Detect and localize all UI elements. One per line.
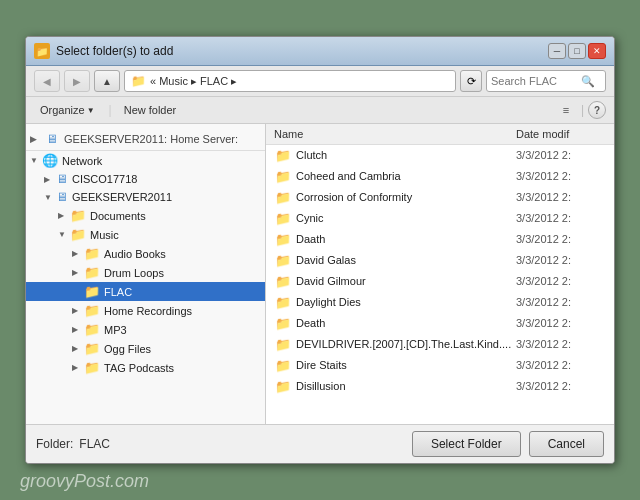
maximize-button[interactable]: □ xyxy=(568,43,586,59)
back-button[interactable]: ◀ xyxy=(34,70,60,92)
expand-icon: ▶ xyxy=(44,175,56,184)
folder-icon: 📁 xyxy=(274,315,292,331)
nav-item-icon: 📁 xyxy=(84,303,100,318)
nav-item-icon: 🖥 xyxy=(56,190,68,204)
file-name: DEVILDRIVER.[2007].[CD].The.Last.Kind...… xyxy=(296,338,516,350)
nav-item-icon: 🌐 xyxy=(42,153,58,168)
expand-icon: ▶ xyxy=(72,306,84,315)
nav-tree: ▼ 🌐 Network ▶ 🖥 CISCO17718 ▼ 🖥 GEEKSERVE… xyxy=(26,151,265,377)
nav-item-label: CISCO17718 xyxy=(72,173,137,185)
file-name: Corrosion of Conformity xyxy=(296,191,516,203)
organize-arrow-icon: ▼ xyxy=(87,106,95,115)
new-folder-button[interactable]: New folder xyxy=(120,102,181,118)
file-date: 3/3/2012 2: xyxy=(516,233,606,245)
sidebar-item-network[interactable]: ▼ 🌐 Network xyxy=(26,151,265,170)
sidebar-item-music[interactable]: ▼ 📁 Music xyxy=(26,225,265,244)
table-row[interactable]: 📁 Clutch 3/3/2012 2: xyxy=(266,145,614,166)
table-row[interactable]: 📁 Cynic 3/3/2012 2: xyxy=(266,208,614,229)
server-header[interactable]: ▶ 🖥 GEEKSERVER2011: Home Server: xyxy=(26,128,265,151)
folder-icon: 📁 xyxy=(274,357,292,373)
address-bar[interactable]: 📁 « Music ▸ FLAC ▸ xyxy=(124,70,456,92)
file-name: Daath xyxy=(296,233,516,245)
sidebar-item-mp3[interactable]: ▶ 📁 MP3 xyxy=(26,320,265,339)
nav-item-icon: 📁 xyxy=(84,360,100,375)
sidebar-item-flac[interactable]: 📁 FLAC xyxy=(26,282,265,301)
sidebar-item-drumloops[interactable]: ▶ 📁 Drum Loops xyxy=(26,263,265,282)
nav-item-label: Audio Books xyxy=(104,248,166,260)
view-toggle-button[interactable]: ≡ xyxy=(555,100,577,120)
sidebar-item-cisco[interactable]: ▶ 🖥 CISCO17718 xyxy=(26,170,265,188)
table-row[interactable]: 📁 David Gilmour 3/3/2012 2: xyxy=(266,271,614,292)
file-name: Daylight Dies xyxy=(296,296,516,308)
close-button[interactable]: ✕ xyxy=(588,43,606,59)
file-date: 3/3/2012 2: xyxy=(516,338,606,350)
folder-icon: 📁 xyxy=(274,273,292,289)
sidebar-item-oggfiles[interactable]: ▶ 📁 Ogg Files xyxy=(26,339,265,358)
file-date: 3/3/2012 2: xyxy=(516,149,606,161)
sidebar-item-audiobooks[interactable]: ▶ 📁 Audio Books xyxy=(26,244,265,263)
folder-icon: 📁 xyxy=(274,210,292,226)
dialog-title: Select folder(s) to add xyxy=(56,44,173,58)
forward-button[interactable]: ▶ xyxy=(64,70,90,92)
expand-icon: ▶ xyxy=(58,211,70,220)
title-bar: 📁 Select folder(s) to add ─ □ ✕ xyxy=(26,37,614,66)
up-button[interactable]: ▲ xyxy=(94,70,120,92)
file-name: Coheed and Cambria xyxy=(296,170,516,182)
file-name: Cynic xyxy=(296,212,516,224)
sidebar-item-documents[interactable]: ▶ 📁 Documents xyxy=(26,206,265,225)
server-header-label: GEEKSERVER2011: Home Server: xyxy=(64,133,238,145)
search-input[interactable] xyxy=(491,75,581,87)
table-row[interactable]: 📁 David Galas 3/3/2012 2: xyxy=(266,250,614,271)
search-bar[interactable]: 🔍 xyxy=(486,70,606,92)
nav-item-icon: 📁 xyxy=(84,284,100,299)
folder-icon: 📁 xyxy=(274,189,292,205)
select-folder-button[interactable]: Select Folder xyxy=(412,431,521,457)
folder-icon: 📁 xyxy=(274,231,292,247)
folder-icon: 📁 xyxy=(274,252,292,268)
file-name: David Galas xyxy=(296,254,516,266)
table-row[interactable]: 📁 Daath 3/3/2012 2: xyxy=(266,229,614,250)
nav-item-label: TAG Podcasts xyxy=(104,362,174,374)
table-row[interactable]: 📁 Disillusion 3/3/2012 2: xyxy=(266,376,614,397)
nav-item-icon: 📁 xyxy=(84,322,100,337)
server-icon: 🖥 xyxy=(44,131,60,147)
file-pane: Name Date modif 📁 Clutch 3/3/2012 2: 📁 C… xyxy=(266,124,614,424)
sidebar-item-tagpodcasts[interactable]: ▶ 📁 TAG Podcasts xyxy=(26,358,265,377)
folder-value-text: FLAC xyxy=(79,437,110,451)
table-row[interactable]: 📁 Coheed and Cambria 3/3/2012 2: xyxy=(266,166,614,187)
main-content: ▶ 🖥 GEEKSERVER2011: Home Server: ▼ 🌐 Net… xyxy=(26,124,614,424)
table-row[interactable]: 📁 Dire Staits 3/3/2012 2: xyxy=(266,355,614,376)
watermark: groovyPost.com xyxy=(20,471,149,492)
table-row[interactable]: 📁 Corrosion of Conformity 3/3/2012 2: xyxy=(266,187,614,208)
dialog-window: 📁 Select folder(s) to add ─ □ ✕ ◀ ▶ ▲ 📁 … xyxy=(25,36,615,464)
app-icon: 📁 xyxy=(34,43,50,59)
file-date: 3/3/2012 2: xyxy=(516,380,606,392)
file-date: 3/3/2012 2: xyxy=(516,212,606,224)
cancel-button[interactable]: Cancel xyxy=(529,431,604,457)
table-row[interactable]: 📁 Daylight Dies 3/3/2012 2: xyxy=(266,292,614,313)
nav-item-icon: 📁 xyxy=(70,208,86,223)
sidebar-item-homerecordings[interactable]: ▶ 📁 Home Recordings xyxy=(26,301,265,320)
file-name: David Gilmour xyxy=(296,275,516,287)
folder-icon: 📁 xyxy=(274,168,292,184)
file-date: 3/3/2012 2: xyxy=(516,317,606,329)
refresh-button[interactable]: ⟳ xyxy=(460,70,482,92)
file-date: 3/3/2012 2: xyxy=(516,275,606,287)
help-button[interactable]: ? xyxy=(588,101,606,119)
path-text: « Music ▸ FLAC ▸ xyxy=(150,75,237,88)
expand-icon: ▶ xyxy=(72,325,84,334)
folder-icon: 📁 xyxy=(274,378,292,394)
address-toolbar: ◀ ▶ ▲ 📁 « Music ▸ FLAC ▸ ⟳ 🔍 xyxy=(26,66,614,97)
minimize-button[interactable]: ─ xyxy=(548,43,566,59)
table-row[interactable]: 📁 Death 3/3/2012 2: xyxy=(266,313,614,334)
nav-item-label: MP3 xyxy=(104,324,127,336)
nav-item-label: Ogg Files xyxy=(104,343,151,355)
table-row[interactable]: 📁 DEVILDRIVER.[2007].[CD].The.Last.Kind.… xyxy=(266,334,614,355)
file-date: 3/3/2012 2: xyxy=(516,296,606,308)
sidebar-item-geekserver[interactable]: ▼ 🖥 GEEKSERVER2011 xyxy=(26,188,265,206)
file-date: 3/3/2012 2: xyxy=(516,254,606,266)
file-list: 📁 Clutch 3/3/2012 2: 📁 Coheed and Cambri… xyxy=(266,145,614,424)
nav-item-icon: 📁 xyxy=(84,265,100,280)
expand-icon: ▶ xyxy=(72,268,84,277)
organize-button[interactable]: Organize ▼ xyxy=(34,102,101,118)
